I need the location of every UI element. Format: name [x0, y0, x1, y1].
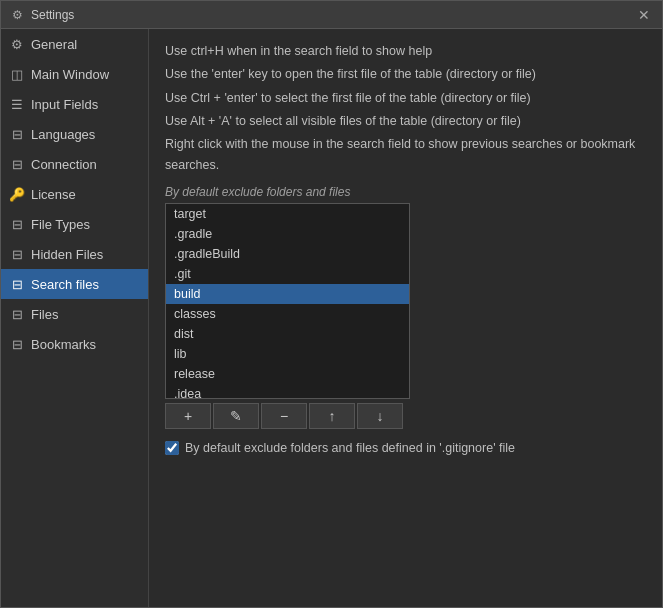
license-icon: 🔑	[9, 186, 25, 202]
sidebar-item-languages[interactable]: ⊟Languages	[1, 119, 148, 149]
sidebar-item-main-window[interactable]: ◫Main Window	[1, 59, 148, 89]
hint-hint5: Right click with the mouse in the search…	[165, 134, 646, 177]
remove-button[interactable]: −	[261, 403, 307, 429]
hint-hint4: Use Alt + 'A' to select all visible file…	[165, 111, 646, 132]
files-icon: ⊟	[9, 306, 25, 322]
file-types-icon: ⊟	[9, 216, 25, 232]
gitignore-checkbox-row: By default exclude folders and files def…	[165, 441, 646, 455]
sidebar-item-license[interactable]: 🔑License	[1, 179, 148, 209]
sidebar-item-files[interactable]: ⊟Files	[1, 299, 148, 329]
sidebar-label-input-fields: Input Fields	[31, 97, 98, 112]
list-item[interactable]: .gradleBuild	[166, 244, 409, 264]
sidebar-label-license: License	[31, 187, 76, 202]
list-toolbar: +✎−↑↓	[165, 403, 410, 429]
sidebar-item-file-types[interactable]: ⊟File Types	[1, 209, 148, 239]
sidebar-item-input-fields[interactable]: ☰Input Fields	[1, 89, 148, 119]
bookmarks-icon: ⊟	[9, 336, 25, 352]
search-files-icon: ⊟	[9, 276, 25, 292]
main-panel: Use ctrl+H when in the search field to s…	[149, 29, 662, 607]
window-title: Settings	[31, 8, 634, 22]
sidebar-label-connection: Connection	[31, 157, 97, 172]
hint-hint1: Use ctrl+H when in the search field to s…	[165, 41, 646, 62]
sidebar-label-file-types: File Types	[31, 217, 90, 232]
close-button[interactable]: ✕	[634, 5, 654, 25]
general-icon: ⚙	[9, 36, 25, 52]
window-icon: ⚙	[9, 7, 25, 23]
hint-hint3: Use Ctrl + 'enter' to select the first f…	[165, 88, 646, 109]
main-window-icon: ◫	[9, 66, 25, 82]
settings-window: ⚙ Settings ✕ ⚙General◫Main Window☰Input …	[0, 0, 663, 608]
content-area: ⚙General◫Main Window☰Input Fields⊟Langua…	[1, 29, 662, 607]
up-button[interactable]: ↑	[309, 403, 355, 429]
list-item[interactable]: dist	[166, 324, 409, 344]
sidebar-label-bookmarks: Bookmarks	[31, 337, 96, 352]
input-fields-icon: ☰	[9, 96, 25, 112]
sidebar-item-general[interactable]: ⚙General	[1, 29, 148, 59]
connection-icon: ⊟	[9, 156, 25, 172]
sidebar-label-languages: Languages	[31, 127, 95, 142]
sidebar-label-main-window: Main Window	[31, 67, 109, 82]
list-item[interactable]: target	[166, 204, 409, 224]
list-item[interactable]: build	[166, 284, 409, 304]
exclude-list: target.gradle.gradleBuild.gitbuildclasse…	[165, 203, 410, 399]
hint-hint2: Use the 'enter' key to open the first fi…	[165, 64, 646, 85]
list-item[interactable]: .idea	[166, 384, 409, 399]
gitignore-label: By default exclude folders and files def…	[185, 441, 515, 455]
titlebar: ⚙ Settings ✕	[1, 1, 662, 29]
list-item[interactable]: classes	[166, 304, 409, 324]
hidden-files-icon: ⊟	[9, 246, 25, 262]
sidebar: ⚙General◫Main Window☰Input Fields⊟Langua…	[1, 29, 149, 607]
sidebar-item-connection[interactable]: ⊟Connection	[1, 149, 148, 179]
list-item[interactable]: lib	[166, 344, 409, 364]
section-label: By default exclude folders and files	[165, 185, 646, 199]
list-item[interactable]: .gradle	[166, 224, 409, 244]
sidebar-label-hidden-files: Hidden Files	[31, 247, 103, 262]
sidebar-item-search-files[interactable]: ⊟Search files	[1, 269, 148, 299]
sidebar-label-search-files: Search files	[31, 277, 99, 292]
sidebar-item-hidden-files[interactable]: ⊟Hidden Files	[1, 239, 148, 269]
list-item[interactable]: .git	[166, 264, 409, 284]
gitignore-checkbox[interactable]	[165, 441, 179, 455]
sidebar-item-bookmarks[interactable]: ⊟Bookmarks	[1, 329, 148, 359]
edit-button[interactable]: ✎	[213, 403, 259, 429]
down-button[interactable]: ↓	[357, 403, 403, 429]
sidebar-label-general: General	[31, 37, 77, 52]
add-button[interactable]: +	[165, 403, 211, 429]
list-item[interactable]: release	[166, 364, 409, 384]
sidebar-label-files: Files	[31, 307, 58, 322]
languages-icon: ⊟	[9, 126, 25, 142]
